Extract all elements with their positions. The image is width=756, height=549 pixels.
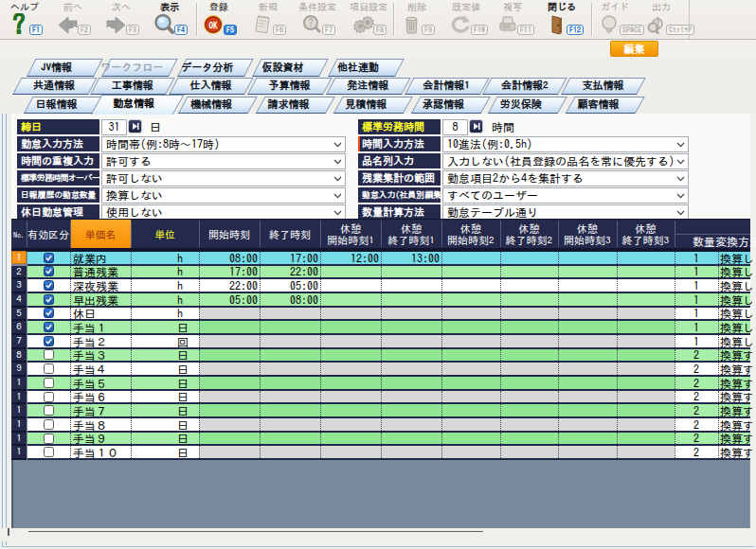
svg-text:OK: OK (209, 21, 219, 29)
svg-text:?: ? (309, 18, 314, 27)
svg-text:?: ? (13, 13, 26, 36)
